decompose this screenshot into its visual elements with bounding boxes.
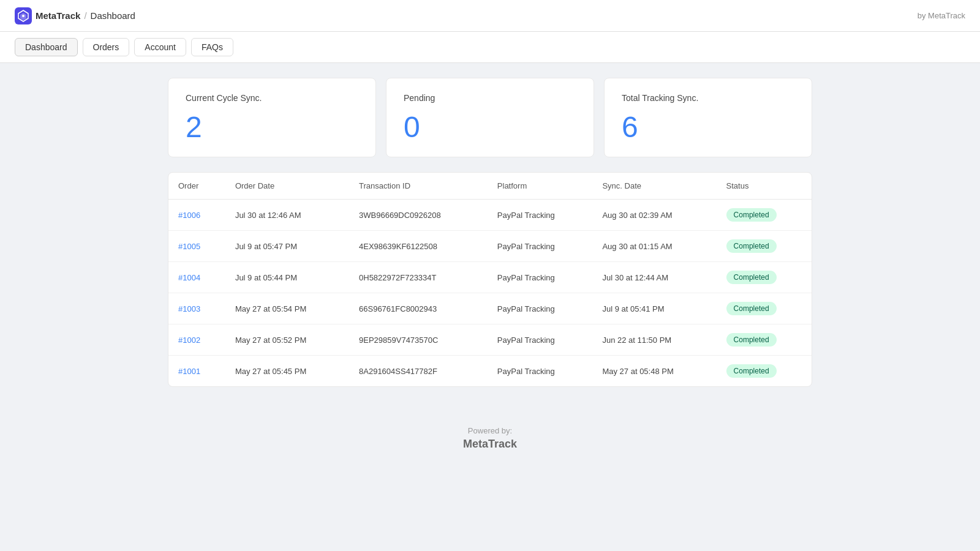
stat-value-total: 6: [622, 113, 794, 142]
header: MetaTrack / Dashboard by MetaTrack: [0, 0, 980, 32]
cell-status: Completed: [717, 262, 812, 293]
col-order-date: Order Date: [225, 173, 349, 200]
cell-order: #1006: [168, 200, 225, 231]
stats-row: Current Cycle Sync. 2 Pending 0 Total Tr…: [168, 78, 812, 157]
nav-orders[interactable]: Orders: [83, 38, 130, 56]
table-row: #1002May 27 at 05:52 PM9EP29859V7473570C…: [168, 324, 812, 356]
table-row: #1003May 27 at 05:54 PM66S96761FC8002943…: [168, 293, 812, 324]
cell-order: #1004: [168, 262, 225, 293]
cell-order: #1002: [168, 324, 225, 356]
footer-powered-by: Powered by:: [0, 426, 980, 435]
cell-sync-date: Aug 30 at 01:15 AM: [592, 231, 716, 262]
col-transaction-id: Transaction ID: [349, 173, 488, 200]
cell-order-date: May 27 at 05:45 PM: [225, 356, 349, 387]
order-link[interactable]: #1001: [178, 367, 200, 376]
cell-order-date: May 27 at 05:54 PM: [225, 293, 349, 324]
table-row: #1004Jul 9 at 05:44 PM0H5822972F723334TP…: [168, 262, 812, 293]
status-badge: Completed: [726, 239, 777, 253]
col-sync-date: Sync. Date: [592, 173, 716, 200]
col-status: Status: [717, 173, 812, 200]
cell-status: Completed: [717, 293, 812, 324]
stat-card-total: Total Tracking Sync. 6: [604, 78, 812, 157]
cell-platform: PayPal Tracking: [488, 356, 593, 387]
cell-status: Completed: [717, 200, 812, 231]
status-badge: Completed: [726, 271, 777, 284]
cell-transaction-id: 0H5822972F723334T: [349, 262, 488, 293]
cell-order: #1005: [168, 231, 225, 262]
stat-value-cycle: 2: [186, 113, 358, 142]
breadcrumb-sep: /: [84, 10, 86, 21]
cell-platform: PayPal Tracking: [488, 324, 593, 356]
cell-status: Completed: [717, 231, 812, 262]
table-head: Order Order Date Transaction ID Platform…: [168, 173, 812, 200]
status-badge: Completed: [726, 302, 777, 315]
cell-sync-date: May 27 at 05:48 PM: [592, 356, 716, 387]
cell-sync-date: Jun 22 at 11:50 PM: [592, 324, 716, 356]
cell-transaction-id: 66S96761FC8002943: [349, 293, 488, 324]
orders-table-container: Order Order Date Transaction ID Platform…: [168, 172, 812, 387]
nav-dashboard[interactable]: Dashboard: [15, 38, 78, 56]
cell-order: #1003: [168, 293, 225, 324]
nav-bar: Dashboard Orders Account FAQs: [0, 32, 980, 63]
col-platform: Platform: [488, 173, 593, 200]
header-by: by MetaTrack: [918, 11, 965, 20]
cell-transaction-id: 9EP29859V7473570C: [349, 324, 488, 356]
table-row: #1005Jul 9 at 05:47 PM4EX98639KF6122508P…: [168, 231, 812, 262]
main-content: Current Cycle Sync. 2 Pending 0 Total Tr…: [153, 63, 827, 402]
col-order: Order: [168, 173, 225, 200]
cell-order: #1001: [168, 356, 225, 387]
table-row: #1006Jul 30 at 12:46 AM3WB96669DC0926208…: [168, 200, 812, 231]
svg-point-3: [22, 15, 24, 17]
header-left: MetaTrack / Dashboard: [15, 7, 135, 24]
cell-transaction-id: 3WB96669DC0926208: [349, 200, 488, 231]
brand-name: MetaTrack: [36, 10, 80, 21]
stat-card-cycle: Current Cycle Sync. 2: [168, 78, 376, 157]
stat-label-total: Total Tracking Sync.: [622, 93, 794, 103]
logo-icon: [15, 7, 32, 24]
table-body: #1006Jul 30 at 12:46 AM3WB96669DC0926208…: [168, 200, 812, 387]
cell-status: Completed: [717, 324, 812, 356]
stat-label-cycle: Current Cycle Sync.: [186, 93, 358, 103]
cell-platform: PayPal Tracking: [488, 200, 593, 231]
footer-brand: MetaTrack: [0, 438, 980, 451]
cell-sync-date: Jul 30 at 12:44 AM: [592, 262, 716, 293]
stat-card-pending: Pending 0: [386, 78, 594, 157]
cell-platform: PayPal Tracking: [488, 293, 593, 324]
cell-platform: PayPal Tracking: [488, 262, 593, 293]
cell-transaction-id: 8A291604SS417782F: [349, 356, 488, 387]
order-link[interactable]: #1005: [178, 242, 200, 251]
stat-value-pending: 0: [404, 113, 576, 142]
nav-account[interactable]: Account: [134, 38, 186, 56]
table-row: #1001May 27 at 05:45 PM8A291604SS417782F…: [168, 356, 812, 387]
cell-status: Completed: [717, 356, 812, 387]
cell-sync-date: Aug 30 at 02:39 AM: [592, 200, 716, 231]
nav-faqs[interactable]: FAQs: [191, 38, 233, 56]
status-badge: Completed: [726, 333, 777, 347]
status-badge: Completed: [726, 364, 777, 378]
footer: Powered by: MetaTrack: [0, 402, 980, 463]
cell-transaction-id: 4EX98639KF6122508: [349, 231, 488, 262]
cell-order-date: Jul 30 at 12:46 AM: [225, 200, 349, 231]
cell-order-date: May 27 at 05:52 PM: [225, 324, 349, 356]
order-link[interactable]: #1006: [178, 211, 200, 220]
breadcrumb-page: Dashboard: [91, 10, 135, 21]
cell-order-date: Jul 9 at 05:47 PM: [225, 231, 349, 262]
cell-order-date: Jul 9 at 05:44 PM: [225, 262, 349, 293]
table-header-row: Order Order Date Transaction ID Platform…: [168, 173, 812, 200]
order-link[interactable]: #1003: [178, 304, 200, 313]
cell-platform: PayPal Tracking: [488, 231, 593, 262]
stat-label-pending: Pending: [404, 93, 576, 103]
order-link[interactable]: #1004: [178, 273, 200, 282]
cell-sync-date: Jul 9 at 05:41 PM: [592, 293, 716, 324]
orders-table: Order Order Date Transaction ID Platform…: [168, 173, 812, 386]
order-link[interactable]: #1002: [178, 335, 200, 345]
status-badge: Completed: [726, 208, 777, 222]
